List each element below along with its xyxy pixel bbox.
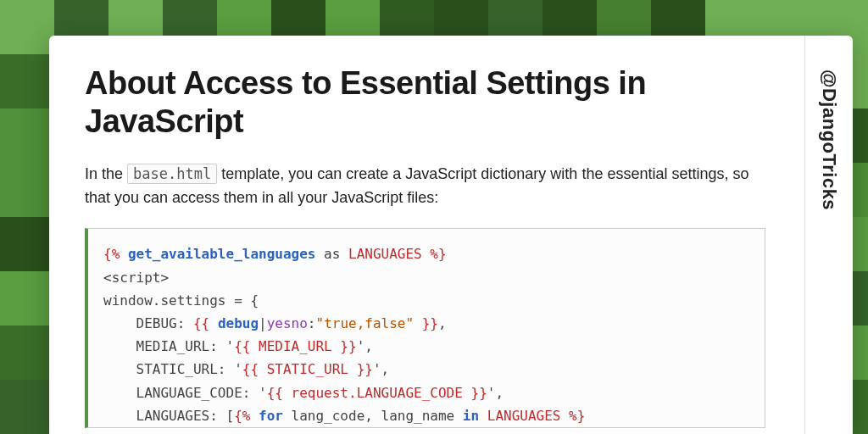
code-block: {% get_available_languages as LANGUAGES …	[85, 228, 765, 428]
author-handle: @DjangoTricks	[818, 70, 840, 210]
inline-code-basehtml: base.html	[127, 164, 217, 184]
sidebar: @DjangoTricks	[804, 36, 853, 434]
article-lead: In the base.html template, you can creat…	[85, 163, 765, 210]
article-body: About Access to Essential Settings in Ja…	[49, 36, 804, 434]
lead-text-before: In the	[85, 165, 127, 182]
article-title: About Access to Essential Settings in Ja…	[85, 64, 765, 141]
article-card: About Access to Essential Settings in Ja…	[49, 36, 853, 434]
